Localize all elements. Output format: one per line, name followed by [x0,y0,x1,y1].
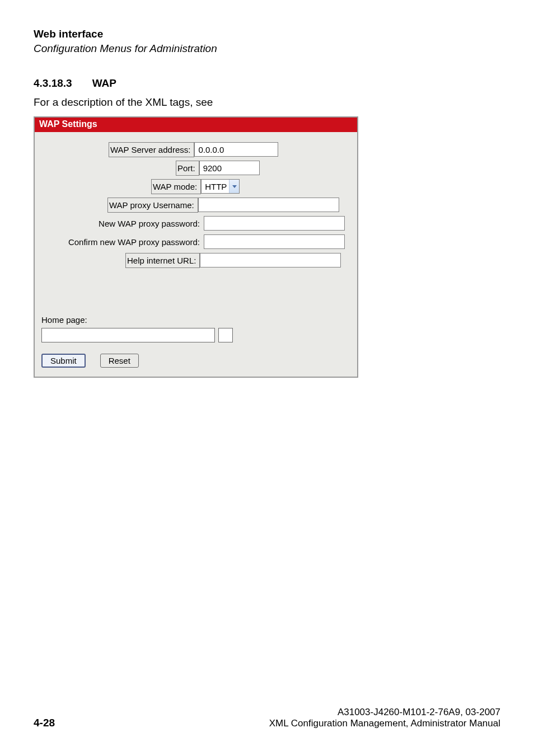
row-new-wap-proxy-password: New WAP proxy password: [41,216,350,231]
wap-settings-panel: WAP Settings WAP Server address: Port: W… [34,116,358,378]
label-confirm-new-wap-proxy-password: Confirm new WAP proxy password: [41,234,204,250]
input-help-internet-url[interactable] [200,253,341,267]
label-wap-mode: WAP mode: [151,179,201,194]
reset-button[interactable]: Reset [100,354,139,368]
chevron-down-icon [229,180,239,193]
doc-title: XML Configuration Management, Administra… [269,718,500,729]
section-number: 4.3.18.3 [34,77,72,90]
label-port: Port: [176,161,199,176]
input-wap-server-address[interactable] [194,142,278,157]
page-number: 4-28 [34,717,55,729]
panel-body: WAP Server address: Port: WAP mode: HTTP… [35,132,357,377]
footer-right: A31003-J4260-M101-2-76A9, 03-2007 XML Co… [269,707,500,729]
intro-text: For a description of the XML tags, see [34,96,500,109]
input-home-page[interactable] [41,328,215,342]
label-wap-server-address: WAP Server address: [109,142,194,157]
row-wap-mode: WAP mode: HTTP [41,179,350,194]
button-row: Submit Reset [41,354,350,368]
label-wap-proxy-username: WAP proxy Username: [107,198,198,213]
row-wap-proxy-username: WAP proxy Username: [41,198,350,213]
section-title: WAP [92,77,116,89]
row-confirm-new-wap-proxy-password: Confirm new WAP proxy password: [41,234,350,250]
select-wap-mode-value: HTTP [205,182,229,191]
spacer [41,271,350,311]
doc-id: A31003-J4260-M101-2-76A9, 03-2007 [269,707,500,718]
input-port[interactable] [199,161,260,175]
input-wap-proxy-username[interactable] [198,198,339,212]
page-header: Web interface Configuration Menus for Ad… [34,28,500,55]
home-page-picker-button[interactable] [218,328,233,342]
page-title: Web interface [34,28,500,40]
row-port: Port: [41,161,350,176]
submit-button[interactable]: Submit [41,354,86,368]
page-subtitle: Configuration Menus for Administration [34,43,500,55]
row-help-internet-url: Help internet URL: [41,253,350,268]
row-wap-server-address: WAP Server address: [41,142,350,157]
label-home-page: Home page: [41,315,350,325]
section-heading: 4.3.18.3WAP [34,77,500,90]
input-new-wap-proxy-password[interactable] [204,216,345,231]
input-confirm-new-wap-proxy-password[interactable] [204,234,345,249]
row-home-page [41,328,350,342]
page-footer: 4-28 A31003-J4260-M101-2-76A9, 03-2007 X… [34,707,500,729]
label-new-wap-proxy-password: New WAP proxy password: [41,216,204,231]
label-help-internet-url: Help internet URL: [125,253,200,268]
select-wap-mode[interactable]: HTTP [201,179,240,194]
panel-title: WAP Settings [35,118,357,132]
